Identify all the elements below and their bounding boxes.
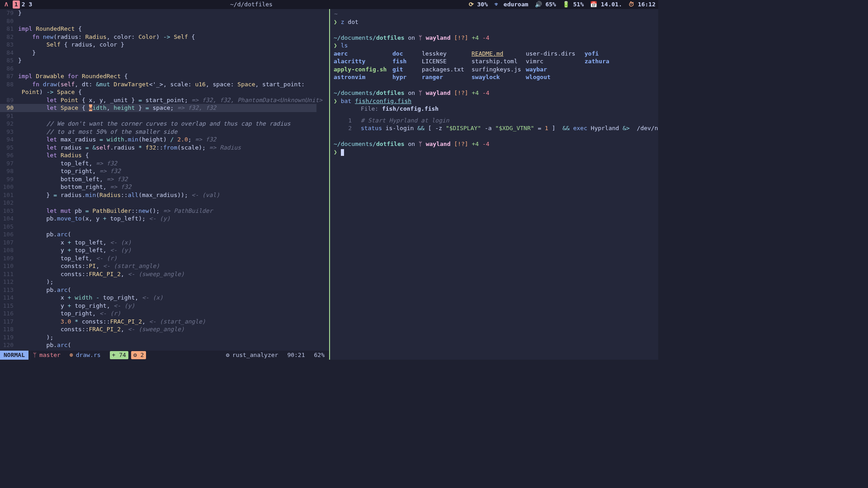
code-editor[interactable]: 79} 80 81impl RoundedRect { 82 fn new(ra… bbox=[0, 9, 329, 351]
lsp-name: rust_analyzer bbox=[232, 351, 278, 359]
editor-pane[interactable]: 79} 80 81impl RoundedRect { 82 fn new(ra… bbox=[0, 9, 329, 360]
workspace-3[interactable]: 3 bbox=[27, 0, 34, 9]
terminal-pane[interactable]: ~ ❯ z dot ~/documents/dotfiles on ᛘ wayl… bbox=[330, 9, 658, 360]
battery-module: 🔋 51% bbox=[562, 0, 584, 9]
waybar: Λ 1 2 3 ~/d/dotfiles ⟳ 30% ᯤ eduroam 🔊 6… bbox=[0, 0, 658, 9]
logo-icon: Λ bbox=[3, 0, 10, 9]
workspaces: Λ 1 2 3 bbox=[3, 0, 34, 9]
gear-icon: ⚙ bbox=[226, 351, 230, 359]
vim-mode: NORMAL bbox=[0, 351, 28, 360]
prompt-icon: ❯ bbox=[334, 19, 337, 25]
git-branch: master bbox=[39, 351, 61, 359]
cpu-module: ⟳ 30% bbox=[469, 0, 488, 9]
terminal-cursor bbox=[341, 149, 344, 156]
window-title: ~/d/dotfiles bbox=[34, 0, 468, 9]
git-changed: ⚙ 2 bbox=[131, 351, 146, 359]
workspace-2[interactable]: 2 bbox=[20, 0, 27, 9]
editor-statusline: NORMAL ᛘ master ⊛ draw.rs + 74 ⚙ 2 ⚙ rus… bbox=[0, 351, 329, 360]
cursor-pos: 90:21 bbox=[283, 351, 309, 359]
status-modules: ⟳ 30% ᯤ eduroam 🔊 65% 🔋 51% 📅 14.01. ⏱ 1… bbox=[469, 0, 656, 9]
current-line: 90 let Space { width, height } = space; … bbox=[0, 104, 329, 112]
volume-module[interactable]: 🔊 65% bbox=[535, 0, 556, 9]
date-module: 📅 14.01. bbox=[590, 0, 622, 9]
wifi-module: ᯤ eduroam bbox=[494, 0, 528, 9]
prompt-path: ~/documents/dotfiles on ᛘ wayland [!?] +… bbox=[334, 34, 655, 42]
scroll-pct: 62% bbox=[310, 351, 329, 359]
time-module: ⏱ 16:12 bbox=[628, 0, 656, 9]
git-branch-icon: ᛘ bbox=[33, 351, 37, 359]
ls-output: aercdoclesskeyREADME.mduser-dirs.dirsyof… bbox=[334, 50, 655, 81]
rust-icon: ⊛ bbox=[70, 351, 73, 359]
workspace-1[interactable]: 1 bbox=[13, 0, 20, 9]
git-added: + 74 bbox=[110, 351, 128, 359]
filename: draw.rs bbox=[76, 351, 101, 359]
